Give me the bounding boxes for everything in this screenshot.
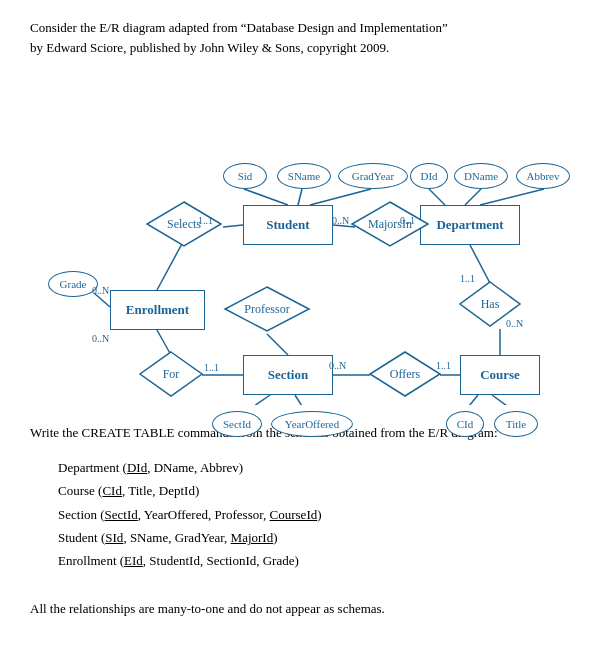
- svg-line-15: [267, 334, 288, 355]
- mult-offers-course: 1..1: [436, 360, 451, 371]
- diamond-majorsin: MajorsIn: [350, 200, 430, 248]
- diamond-offers: Offers: [368, 350, 442, 398]
- schema-course: Course (CId, Title, DeptId): [58, 479, 575, 502]
- mult-enrollment-selects: 0..N: [92, 285, 109, 296]
- schema-section: Section (SectId, YearOffered, Professor,…: [58, 503, 575, 526]
- ellipse-title: Title: [494, 411, 538, 437]
- mult-has-course: 0..N: [506, 318, 523, 329]
- intro-line2: by Edward Sciore, published by John Wile…: [30, 40, 389, 55]
- professor-label: Professor: [244, 302, 289, 317]
- svg-line-3: [429, 189, 445, 205]
- ellipse-abbrev: Abbrev: [516, 163, 570, 189]
- intro-text: Consider the E/R diagram adapted from “D…: [30, 18, 575, 57]
- ellipse-grade: Grade: [48, 271, 98, 297]
- entity-course: Course: [460, 355, 540, 395]
- ellipse-cid: CId: [446, 411, 484, 437]
- mult-student-majorsin: 0..N: [332, 215, 349, 226]
- intro-line1: Consider the E/R diagram adapted from “D…: [30, 20, 448, 35]
- mult-section-offers: 0..N: [329, 360, 346, 371]
- svg-line-20: [465, 395, 478, 405]
- ellipse-dname: DName: [454, 163, 508, 189]
- selects-label: Selects: [167, 217, 201, 232]
- svg-line-6: [223, 225, 243, 227]
- svg-line-17: [295, 395, 305, 405]
- entity-department: Department: [420, 205, 520, 245]
- ellipse-gradyear: GradYear: [338, 163, 408, 189]
- svg-line-21: [492, 395, 514, 405]
- mult-enrollment-for: 0..N: [92, 333, 109, 344]
- for-label: For: [163, 367, 180, 382]
- has-label: Has: [481, 297, 500, 312]
- svg-line-4: [465, 189, 481, 205]
- ellipse-did: DId: [410, 163, 448, 189]
- schema-department: Department (DId, DName, Abbrev): [58, 456, 575, 479]
- entity-enrollment: Enrollment: [110, 290, 205, 330]
- mult-for-section: 1..1: [204, 362, 219, 373]
- ellipse-yearoffered: YearOffered: [271, 411, 353, 437]
- majorsin-label: MajorsIn: [368, 217, 412, 232]
- schema-student: Student (SId, SName, GradYear, MajorId): [58, 526, 575, 549]
- entity-student: Student: [243, 205, 333, 245]
- offers-label: Offers: [390, 367, 420, 382]
- svg-line-0: [244, 189, 288, 205]
- footer-text: All the relationships are many-to-one an…: [30, 585, 575, 617]
- schema-block: Department (DId, DName, Abbrev) Course (…: [58, 456, 575, 573]
- svg-line-16: [247, 395, 270, 405]
- er-diagram: Student Department Enrollment Section Co…: [30, 75, 575, 405]
- diamond-for: For: [138, 350, 204, 398]
- ellipse-sid: Sid: [223, 163, 267, 189]
- entity-section: Section: [243, 355, 333, 395]
- ellipse-sectid: SectId: [212, 411, 262, 437]
- svg-line-1: [298, 189, 302, 205]
- schema-enrollment: Enrollment (EId, StudentId, SectionId, G…: [58, 549, 575, 572]
- diamond-professor: Professor: [223, 285, 311, 333]
- ellipse-sname: SName: [277, 163, 331, 189]
- mult-dept-has: 1..1: [460, 273, 475, 284]
- svg-line-5: [480, 189, 544, 205]
